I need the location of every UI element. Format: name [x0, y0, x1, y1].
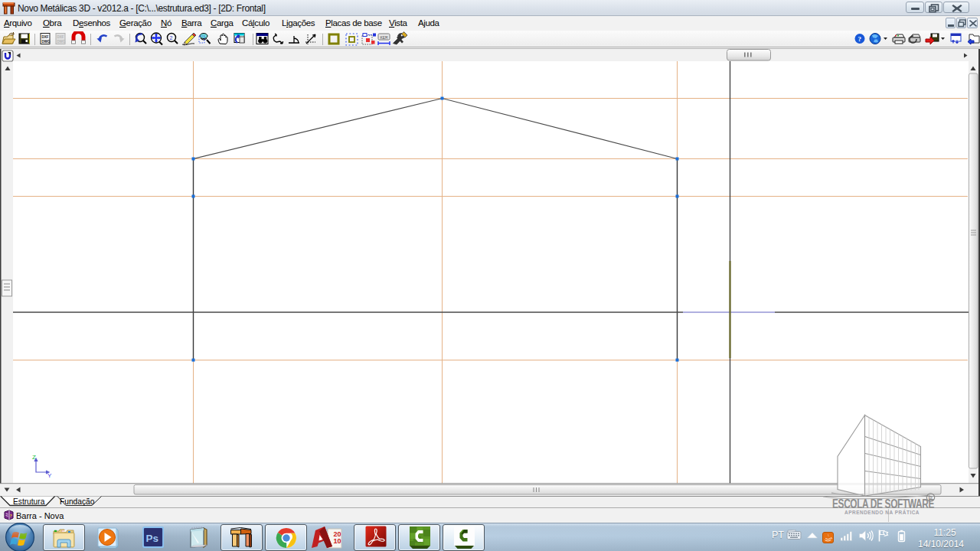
svg-text:DXF: DXF — [57, 35, 64, 39]
svg-text:2: 2 — [170, 35, 173, 41]
svg-text:Z: Z — [32, 454, 36, 461]
svg-text:?: ? — [858, 35, 862, 43]
svg-text:Fundação: Fundação — [60, 497, 95, 506]
svg-text:DWG: DWG — [42, 40, 51, 44]
svg-text:DXF: DXF — [42, 35, 49, 39]
svg-text:?: ? — [10, 513, 12, 518]
svg-text:Ps: Ps — [146, 533, 159, 544]
svg-text:KEM: KEM — [381, 35, 388, 41]
svg-text:DWG: DWG — [57, 40, 66, 44]
svg-text:Y: Y — [47, 472, 52, 479]
svg-text:Estrutura: Estrutura — [13, 497, 45, 506]
svg-text:10: 10 — [334, 537, 341, 545]
